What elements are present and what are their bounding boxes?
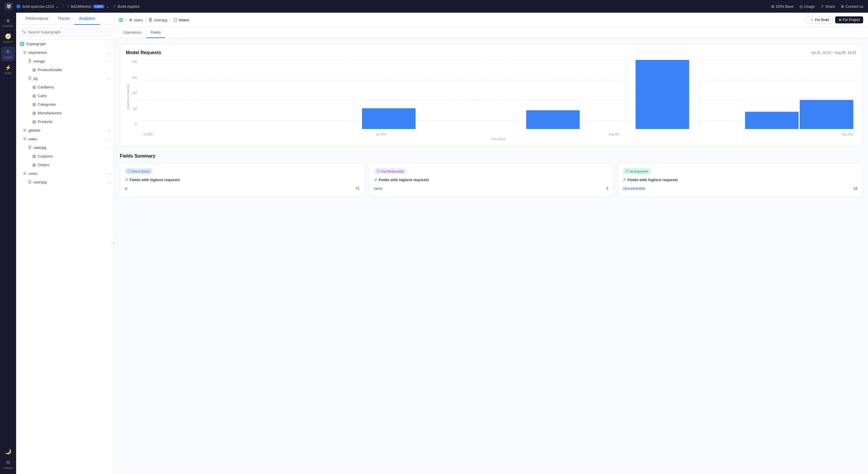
share-button[interactable]: ↗ Share: [820, 4, 835, 9]
ddn-icon: ⊞: [771, 4, 774, 9]
tab-operations[interactable]: Operations: [119, 27, 146, 38]
x-label-jul20: Jul 20th: [143, 133, 153, 136]
sidebar-item-graphql[interactable]: ◈ GraphiQL: [1, 15, 15, 30]
breadcrumb-actions: ⚡ For Build ⊕ For Project: [806, 16, 863, 24]
table-icon: ▦: [32, 93, 36, 98]
bar-aug5: [526, 110, 580, 129]
tab-analytics[interactable]: Analytics: [74, 13, 100, 25]
tree-item-products[interactable]: ▦ Products: [16, 117, 114, 126]
project-selector[interactable]: 🔵 bold-sparrow-1213 ⌄: [16, 4, 58, 9]
table-icon: ▦: [32, 154, 36, 158]
bar-aug21a: [745, 112, 799, 129]
tree-item-mongo[interactable]: 🗄 mongo ⌄: [16, 57, 114, 65]
project-icon: 🔵: [16, 4, 21, 9]
app-logo[interactable]: 🐺: [5, 2, 13, 10]
breadcrumb: 🌐 / ⚙ users / 🗄 userspg / 📋 Users: [114, 13, 868, 27]
chevron-down-icon: ⌄: [108, 129, 110, 132]
connector-icon: ⚙: [23, 136, 27, 141]
x-label-aug21: Aug 21st: [842, 133, 853, 136]
x-label-aug5: Aug 5th: [609, 133, 619, 136]
tree-sidebar: 🌐 Supergraph ⌄ ⚙ experience ⌄ 🗄 mongo ⌄: [16, 25, 114, 186]
table-icon: ▦: [32, 110, 36, 115]
tree-item-categories[interactable]: ▦ Categories: [16, 100, 114, 108]
build-icon: ⚡: [810, 18, 814, 22]
tree-item-carts[interactable]: ▦ Carts: [16, 91, 114, 100]
tree-item-globals[interactable]: ⚙ globals ⌄: [16, 126, 114, 134]
trending-up-icon-3: ↗: [623, 178, 626, 182]
tab-performance[interactable]: Performance: [21, 13, 53, 25]
card-row-name: name 5: [374, 185, 609, 192]
tree-item-experience[interactable]: ⚙ experience ⌄: [16, 48, 114, 57]
via-rel-info-icon: ⓘ: [377, 169, 380, 173]
users-connector-icon: ⚙: [129, 18, 132, 22]
chart-area: 240 180 120 60 0 Number of requests: [126, 60, 856, 140]
users-table-icon: 📋: [173, 18, 177, 22]
topbar-right: ⊞ DDN Base ◎ Usage ↗ Share ⊕ Contact us: [771, 4, 863, 9]
fields-summary: Fields Summary ⓘ Direct Query ↗ Fields w…: [120, 154, 862, 197]
tree-item-productdetails[interactable]: ▦ ProductDetails: [16, 65, 114, 74]
tree-item-cartitems[interactable]: ▦ CartItems: [16, 83, 114, 91]
sidebar-item-explorer[interactable]: 🧭 Explorer: [1, 31, 15, 45]
sidebar-item-theme[interactable]: 🌙: [1, 446, 15, 457]
tab-fields[interactable]: Fields: [146, 27, 165, 38]
tab-traces[interactable]: Traces: [53, 13, 74, 25]
tree-item-sales[interactable]: ⚙ sales ⌄: [16, 134, 114, 143]
x-label-jul28: Jul 28th: [376, 133, 386, 136]
chevron-down-icon: ⌄: [108, 146, 110, 149]
supergraph-icon: 🌐: [20, 41, 25, 46]
branch-selector[interactable]: ⑂ 8d2489e4cb Latest ⌄: [67, 4, 110, 9]
table-icon: ▦: [32, 102, 36, 106]
card-row-id: id 72: [125, 185, 360, 192]
for-build-button[interactable]: ⚡ For Build: [806, 16, 833, 24]
x-axis-title: Time (days): [140, 137, 856, 140]
bar-aug-high: [636, 60, 689, 129]
for-project-button[interactable]: ⊕ For Project: [835, 16, 863, 24]
database-icon: 🗄: [28, 180, 32, 184]
database-icon: 🗄: [28, 59, 32, 63]
collapse-sidebar-button[interactable]: «: [110, 239, 118, 247]
topbar: 🐺 🔵 bold-sparrow-1213 ⌄ / ⑂ 8d2489e4cb L…: [0, 0, 868, 13]
summary-cards: ⓘ Direct Query ↗ Fields with highest req…: [120, 163, 862, 197]
as-arg-info-icon: ⓘ: [625, 169, 629, 173]
check-icon: ✓: [113, 4, 116, 9]
graphql-icon: ◈: [6, 17, 10, 24]
sidebar-item-builds[interactable]: ⚡ Builds: [1, 62, 15, 77]
tree-item-userspg[interactable]: 🗄 userspg ⌄: [16, 178, 114, 186]
bar-jul28: [362, 108, 415, 129]
tree-item-coupons[interactable]: ▦ Coupons: [16, 152, 114, 160]
tree-item-users[interactable]: ⚙ users ⌄: [16, 169, 114, 178]
sidebar-item-insights[interactable]: 👁 Insights: [1, 46, 15, 61]
tree-item-salespg[interactable]: 🗄 salespg ⌄: [16, 143, 114, 152]
chevron-down-icon: ⌄: [108, 172, 110, 175]
direct-query-info-icon: ⓘ: [128, 169, 131, 173]
connector-icon: ⚙: [23, 171, 27, 176]
bars-container: [140, 60, 856, 129]
tree-item-pg[interactable]: 🗄 pg ⌄: [16, 74, 114, 83]
chevron-down-icon: ⌄: [108, 137, 110, 140]
connector-icon: ⚙: [23, 128, 27, 132]
breadcrumb-users[interactable]: ⚙ users: [129, 18, 143, 22]
nav-tabs: Performance Traces Analytics: [16, 13, 114, 25]
card-as-argument: ⓘ As Argument ↗ Fields with highest requ…: [618, 163, 862, 197]
branch-icon: ⑂: [67, 4, 69, 9]
chevron-down-icon: ⌄: [108, 51, 110, 54]
table-icon: ▦: [32, 85, 36, 89]
tree-item-orders[interactable]: ▦ Orders: [16, 160, 114, 169]
breadcrumb-users-table[interactable]: 📋 Users: [173, 18, 189, 22]
tree-item-supergraph[interactable]: 🌐 Supergraph ⌄: [16, 39, 114, 48]
share-icon: ↗: [820, 4, 824, 9]
builds-icon: ⚡: [5, 64, 11, 71]
settings-icon: ⚙: [6, 459, 10, 466]
breadcrumb-userspg[interactable]: 🗄 userspg: [149, 18, 167, 22]
sidebar-item-settings[interactable]: ⚙ Settings: [1, 457, 15, 472]
contact-us-button[interactable]: ⊕ Contact us: [841, 4, 863, 9]
search-input[interactable]: [20, 28, 110, 36]
usage-button[interactable]: ◎ Usage: [800, 4, 815, 9]
main-panel: 🌐 / ⚙ users / 🗄 userspg / 📋 Users: [114, 13, 868, 474]
database-icon: 🗄: [28, 76, 32, 81]
tree-item-manufacturers[interactable]: ▦ Manufacturers: [16, 108, 114, 117]
ddn-base-button[interactable]: ⊞ DDN Base: [771, 4, 794, 9]
breadcrumb-globe[interactable]: 🌐: [119, 18, 123, 22]
chevron-down-icon: ⌄: [108, 42, 110, 45]
card-row-isemailverified: isEmailVerified 19: [623, 185, 857, 192]
